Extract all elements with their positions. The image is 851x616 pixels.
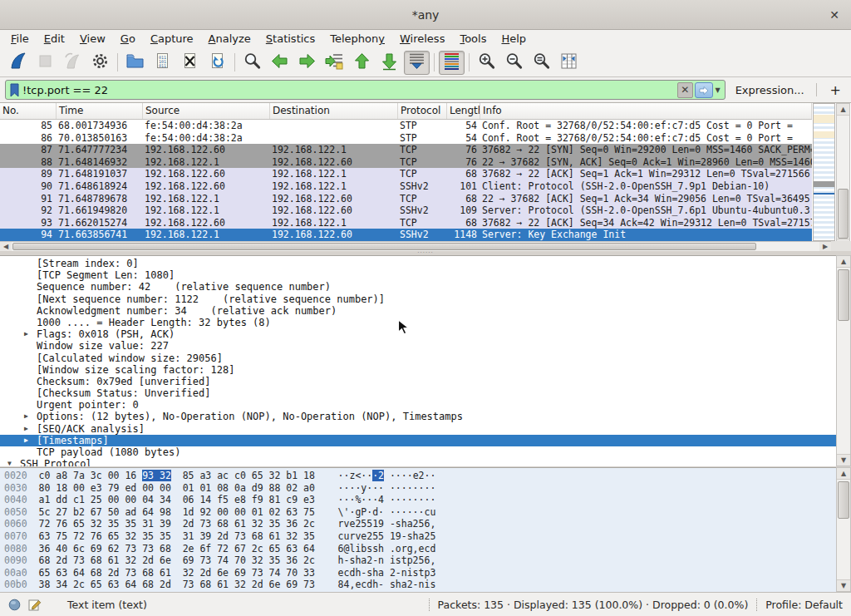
menu-file[interactable]: File	[3, 31, 37, 47]
hex-row-0020[interactable]: 0020 c0 a8 7a 3c 00 16 93 32 85 a3 ac c0…	[4, 470, 836, 482]
packet-row-94[interactable]: 9471.663856741192.168.122.1192.168.122.6…	[0, 229, 812, 241]
hex-row-0030[interactable]: 0030 80 18 00 e3 79 ed 00 00 01 01 08 0a…	[4, 482, 836, 495]
packet-list-horizontal-scrollbar[interactable]: ◀ ▶	[0, 241, 831, 251]
restart-capture-button[interactable]	[60, 51, 86, 75]
hex-row-0060[interactable]: 0060 72 76 65 32 35 35 31 39 2d 73 68 61…	[4, 518, 836, 530]
packet-list-vertical-scrollbar[interactable]: ▲ ▼	[836, 103, 850, 251]
find-packet-button[interactable]	[239, 51, 265, 75]
packet-row-92[interactable]: 9271.661949820192.168.122.1192.168.122.6…	[0, 205, 812, 217]
detail-line[interactable]: Acknowledgment number: 34 (relative ack …	[0, 305, 836, 317]
menu-telephony[interactable]: Telephony	[322, 31, 392, 47]
packet-row-89[interactable]: 8971.648191037192.168.122.60192.168.122.…	[0, 168, 812, 180]
menu-edit[interactable]: Edit	[37, 31, 72, 47]
detail-line[interactable]: [TCP Segment Len: 1080]	[0, 269, 836, 281]
detail-line[interactable]: ▶[Timestamps]	[0, 435, 836, 446]
detail-line[interactable]: [Stream index: 0]	[0, 258, 836, 269]
column-header-source[interactable]: Source	[143, 103, 270, 119]
go-back-button[interactable]	[267, 51, 293, 75]
close-capture-file-button[interactable]	[177, 51, 203, 75]
auto-scroll-toggle-button[interactable]	[404, 51, 430, 75]
packet-row-90[interactable]: 9071.648618924192.168.122.60192.168.122.…	[0, 180, 812, 193]
filter-clear-icon[interactable]: ✕	[677, 82, 693, 98]
menu-help[interactable]: Help	[494, 31, 534, 47]
expert-info-icon[interactable]	[8, 599, 21, 611]
scrollbar-thumb[interactable]	[838, 269, 849, 321]
detail-line[interactable]: Window size value: 227	[0, 340, 836, 352]
detail-line[interactable]: ▶[SEQ/ACK analysis]	[0, 423, 836, 435]
menu-statistics[interactable]: Statistics	[258, 31, 322, 47]
menu-go[interactable]: Go	[113, 31, 143, 47]
colorize-toggle-button[interactable]	[439, 51, 465, 75]
scroll-down-icon[interactable]: ▼	[837, 454, 850, 466]
go-first-packet-button[interactable]	[349, 51, 375, 75]
start-capture-button[interactable]	[5, 51, 31, 75]
scroll-up-icon[interactable]: ▲	[837, 468, 850, 480]
expander-right-icon[interactable]: ▶	[24, 328, 34, 340]
scrollbar-thumb[interactable]	[838, 481, 849, 519]
detail-line[interactable]: [Window size scaling factor: 128]	[0, 364, 836, 376]
zoom-out-button[interactable]	[501, 51, 527, 75]
expander-right-icon[interactable]: ▶	[24, 423, 34, 435]
column-header-length[interactable]: Length	[447, 103, 480, 119]
scrollbar-thumb[interactable]	[12, 243, 756, 250]
expression-button[interactable]: Expression...	[735, 84, 804, 96]
detail-line[interactable]: ▼SSH Protocol	[0, 458, 836, 466]
detail-line[interactable]: Checksum: 0x79ed [unverified]	[0, 376, 836, 387]
packet-row-91[interactable]: 9171.648789678192.168.122.1192.168.122.6…	[0, 193, 812, 205]
zoom-100-button[interactable]	[529, 51, 554, 75]
packet-list-minimap-scrollbar[interactable]	[813, 103, 835, 241]
go-last-packet-button[interactable]	[376, 51, 402, 75]
packet-row-86[interactable]: 8670.013850163fe:54:00:d4:38:2aSTP54Conf…	[0, 132, 812, 145]
detail-line[interactable]: 1000 .... = Header Length: 32 bytes (8)	[0, 317, 836, 328]
filter-history-dropdown-icon[interactable]: ▼	[713, 86, 723, 94]
detail-line[interactable]: [Checksum Status: Unverified]	[0, 387, 836, 399]
save-capture-file-button[interactable]: 011101011	[150, 51, 175, 75]
packet-row-87[interactable]: 8771.647777234192.168.122.60192.168.122.…	[0, 144, 812, 156]
hex-row-0070[interactable]: 0070 63 75 72 76 65 32 35 35 31 39 2d 73…	[4, 530, 836, 543]
column-header-no[interactable]: No.	[0, 103, 57, 119]
capture-options-button[interactable]	[87, 51, 113, 75]
go-forward-button[interactable]	[294, 51, 320, 75]
filter-apply-icon[interactable]	[695, 82, 713, 98]
expander-right-icon[interactable]: ▶	[24, 411, 34, 422]
profile-status[interactable]: Profile: Default	[765, 599, 843, 611]
packet-row-85[interactable]: 8568.001734936fe:54:00:d4:38:2aSTP54Conf…	[0, 120, 812, 132]
detail-line[interactable]: TCP payload (1080 bytes)	[0, 446, 836, 458]
column-header-protocol[interactable]: Protocol	[398, 103, 447, 119]
filter-bookmark-icon[interactable]	[9, 82, 22, 97]
details-vertical-scrollbar[interactable]: ▲ ▼	[836, 255, 851, 466]
packet-row-93[interactable]: 9371.662015274192.168.122.60192.168.122.…	[0, 217, 812, 229]
hex-row-0090[interactable]: 0090 68 2d 73 68 61 32 2d 6e 69 73 74 70…	[4, 554, 836, 567]
menu-capture[interactable]: Capture	[143, 31, 201, 47]
scroll-down-icon[interactable]: ▼	[837, 579, 850, 591]
detail-line[interactable]: ▶Options: (12 bytes), No-Operation (NOP)…	[0, 411, 836, 422]
scroll-right-icon[interactable]: ▶	[819, 242, 831, 251]
scroll-up-icon[interactable]: ▲	[837, 104, 849, 116]
menu-tools[interactable]: Tools	[452, 31, 494, 47]
scroll-left-icon[interactable]: ◀	[0, 242, 12, 251]
detail-line[interactable]: Sequence number: 42 (relative sequence n…	[0, 281, 836, 293]
menu-view[interactable]: View	[72, 31, 113, 47]
menu-wireless[interactable]: Wireless	[392, 31, 452, 47]
column-header-time[interactable]: Time	[57, 103, 143, 119]
hex-row-0050[interactable]: 0050 5c 27 b2 67 50 ad 64 98 1d 92 00 00…	[4, 506, 836, 519]
stop-capture-button[interactable]	[32, 51, 58, 75]
go-to-packet-button[interactable]	[322, 51, 347, 75]
detail-line[interactable]: Urgent pointer: 0	[0, 399, 836, 411]
resize-columns-button[interactable]	[556, 51, 582, 75]
bytes-vertical-scrollbar[interactable]: ▲ ▼	[836, 467, 851, 592]
detail-line[interactable]: [Next sequence number: 1122 (relative se…	[0, 293, 836, 305]
hex-row-0080[interactable]: 0080 36 40 6c 69 62 73 73 68 2e 6f 72 67…	[4, 543, 836, 555]
capture-comment-icon[interactable]	[28, 599, 42, 611]
expander-right-icon[interactable]: ▶	[24, 435, 34, 446]
packet-row-88[interactable]: 8871.648146932192.168.122.1192.168.122.6…	[0, 156, 812, 169]
detail-line[interactable]: ▶Flags: 0x018 (PSH, ACK)	[0, 328, 836, 340]
close-window-icon[interactable]: ✕	[826, 7, 843, 23]
expander-down-icon[interactable]: ▼	[7, 458, 17, 466]
add-filter-button[interactable]: +	[825, 82, 846, 98]
packet-bytes-pane[interactable]: 0020 c0 a8 7a 3c 00 16 93 32 85 a3 ac c0…	[0, 467, 836, 592]
open-capture-file-button[interactable]	[122, 51, 148, 75]
scrollbar-thumb[interactable]	[838, 189, 849, 239]
hex-row-00b0[interactable]: 00b0 38 34 2c 65 63 64 68 2d 73 68 61 32…	[4, 579, 836, 591]
title-bar[interactable]: *any ✕	[0, 0, 851, 30]
